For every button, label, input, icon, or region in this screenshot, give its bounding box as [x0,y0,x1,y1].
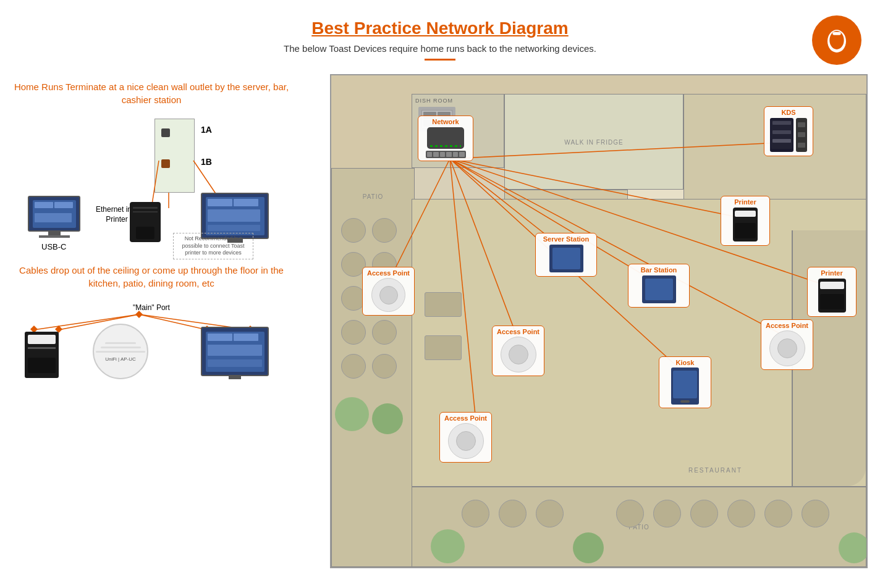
fp-kiosk: Kiosk [659,356,711,408]
kds-label: KDS [781,109,795,116]
page-title: Best Practice Network Diagram [0,19,880,38]
fp-bar-station: Bar Station [628,264,690,308]
fp-ap-center: Access Point [492,326,544,376]
page-container: Best Practice Network Diagram The below … [0,0,880,588]
svg-marker-10 [135,311,143,318]
server-station-label: Server Station [543,235,590,243]
fp-network-device: Network [418,116,473,161]
receipt-printer [25,332,59,378]
pos-monitor-left [28,196,80,238]
fp-ap-right: Access Point [761,319,813,370]
printer-1-label: Printer [734,198,756,206]
floor-plan: DISH ROOM WALK IN FRIDGE [330,74,868,568]
home-runs-label: Home Runs Terminate at a nice clean wall… [12,80,290,106]
floor-plan-image: DISH ROOM WALK IN FRIDGE [330,74,868,568]
fp-ap-bottom: Access Point [439,412,492,463]
svg-line-3 [151,161,159,208]
fp-printer-1: Printer [721,196,770,246]
printer-2-label: Printer [821,269,842,277]
fp-kds: KDS [764,106,813,156]
page-subtitle: The below Toast Devices require home run… [0,43,880,54]
printer-device [130,202,161,242]
header: Best Practice Network Diagram The below … [0,0,880,61]
not-recommended-note: Not Recommended but possible to connect … [173,233,253,259]
access-point-bottom: UniFi | AP-UC [93,324,148,379]
cables-label: Cables drop out of the ceiling or come u… [12,264,290,290]
usbc-label: USB-C [41,242,66,251]
left-panel: Home Runs Terminate at a nice clean wall… [12,80,290,407]
fp-server-station: Server Station [535,233,597,277]
fp-ap-patio: Access Point [362,267,415,316]
bar-station-label: Bar Station [641,266,677,274]
kiosk-label: Kiosk [676,359,695,366]
pos-tablet-bottom [201,327,269,379]
fp-printer-2: Printer [807,267,857,317]
